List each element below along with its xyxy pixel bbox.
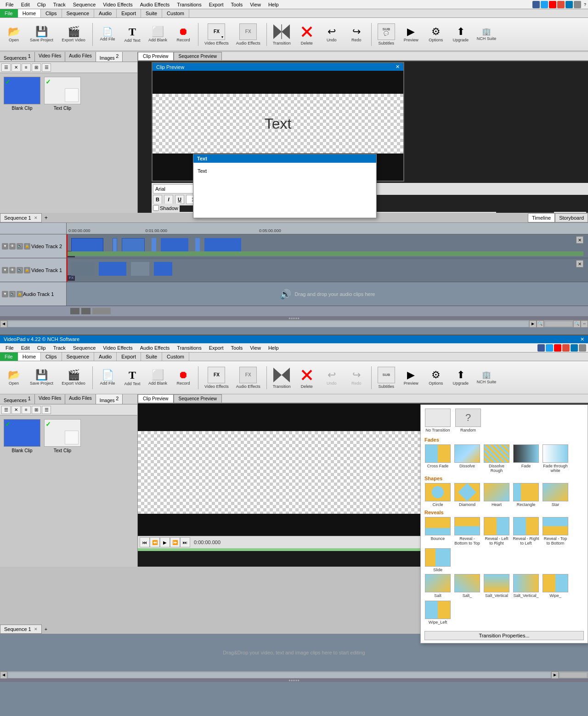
trans-salt-v[interactable]: Salt_Vertical	[483, 574, 510, 598]
clip-block-2-6[interactable]	[195, 238, 200, 252]
text-editor-content[interactable]: Text	[193, 163, 376, 218]
w2-media-btn-2[interactable]: ✕	[11, 406, 21, 414]
trans-salt-2[interactable]: Salt_	[454, 574, 481, 598]
audio-toggle[interactable]: ▼	[2, 291, 8, 297]
shadow-checkbox[interactable]	[153, 205, 159, 211]
undo-button[interactable]: ↩ Undo	[320, 20, 344, 49]
track-1-toggle[interactable]: ▼	[2, 267, 8, 273]
menu-file[interactable]: File	[2, 1, 17, 8]
scroll-track[interactable]	[8, 321, 528, 327]
audio-mute[interactable]: 🔊	[9, 291, 16, 297]
timeline-view-btn[interactable]: Timeline	[528, 213, 555, 222]
trans-diamond[interactable]: Diamond	[454, 483, 481, 507]
w2-menu-export[interactable]: Export	[205, 344, 227, 352]
video-effects-button[interactable]: FX▼ Video Effects	[201, 20, 232, 49]
trans-wipe-1[interactable]: Wipe_	[542, 574, 569, 598]
w2-menu-track[interactable]: Track	[50, 344, 69, 352]
trans-circle[interactable]: Circle	[424, 483, 451, 507]
w2-undo-button[interactable]: ↩ Undo	[320, 363, 344, 392]
clip-block-2-7[interactable]	[204, 238, 241, 252]
w2-add-file-button[interactable]: 📄 Add File	[96, 363, 119, 392]
clip-item-text[interactable]: ✓ Text Clip	[44, 77, 81, 111]
menu-track[interactable]: Track	[50, 1, 69, 8]
media-btn-2[interactable]: ✕	[11, 63, 21, 72]
options-button[interactable]: ⚙ Options	[424, 20, 448, 49]
w2-sequence-tab[interactable]: Sequence 1 ✕	[0, 625, 42, 634]
zoom-in-timeline[interactable]: 🔍	[537, 320, 544, 328]
w2-preview-tab-clip[interactable]: Clip Preview	[138, 394, 174, 403]
help-icon[interactable]: ?	[584, 2, 586, 7]
w2-video-effects-button[interactable]: FX Video Effects	[201, 363, 232, 392]
media-btn-list[interactable]: ≡	[22, 63, 31, 72]
redo-button[interactable]: ↪ Redo	[345, 20, 368, 49]
trans-dissolve[interactable]: Dissolve	[454, 444, 481, 473]
timeline-tab-sequence1[interactable]: Sequence 1 ✕	[0, 213, 42, 222]
bold-button[interactable]: B	[153, 195, 162, 204]
w2-tab-sequence[interactable]: Sequence	[62, 352, 95, 361]
sequence-tab-close[interactable]: ✕	[34, 216, 38, 220]
w2-redo-button[interactable]: ↪ Redo	[345, 363, 368, 392]
clip-block-2-5[interactable]	[161, 238, 188, 252]
storyboard-view-btn[interactable]: Storyboard	[555, 213, 588, 222]
w2-clip-item-blank[interactable]: ✓ Blank Clip	[4, 419, 40, 453]
w2-clip-item-text[interactable]: ✓ Text Clip	[44, 419, 81, 453]
add-file-button[interactable]: 📄 Add File	[96, 20, 119, 49]
subtitles-button[interactable]: SUB 💬 Subtitles	[374, 20, 398, 49]
trans-star[interactable]: Star	[542, 483, 569, 507]
track-1-audio[interactable]: 🔊	[17, 267, 23, 273]
w2-tab-video-files[interactable]: Video Files	[35, 394, 65, 404]
trans-dissolve-rough[interactable]: Dissolve Rough	[483, 444, 510, 473]
trans-random[interactable]: ? Random	[455, 409, 481, 432]
menu-transitions[interactable]: Transitions	[173, 1, 205, 8]
track-2-close[interactable]: ✕	[576, 236, 583, 244]
timeline-zoom-full[interactable]: ↔	[581, 320, 588, 328]
tab-images[interactable]: Images 2	[96, 52, 123, 62]
w2-transition-button[interactable]: Transition	[270, 363, 294, 392]
w2-close[interactable]: ✕	[580, 336, 584, 342]
w2-preview-button[interactable]: ▶ Preview	[399, 363, 423, 392]
menu-edit[interactable]: Edit	[17, 1, 34, 8]
media-btn-detail[interactable]: ☰	[42, 63, 51, 72]
w2-media-btn-1[interactable]: ☰	[1, 406, 11, 414]
menu-view[interactable]: View	[246, 1, 265, 8]
menu-audio-effects[interactable]: Audio Effects	[136, 1, 174, 8]
w2-upgrade-button[interactable]: ⬆ Upgrade	[449, 363, 473, 392]
trans-cross-fade[interactable]: Cross Fade	[424, 444, 451, 473]
tab-file[interactable]: File	[0, 9, 18, 17]
w2-menu-tools[interactable]: Tools	[227, 344, 247, 352]
w2-tab-export[interactable]: Export	[117, 352, 141, 361]
trans-rectangle[interactable]: Rectangle	[513, 483, 539, 507]
w2-tab-clips[interactable]: Clips	[41, 352, 62, 361]
w2-tab-images[interactable]: Images 2	[96, 394, 123, 404]
track-2-lock[interactable]: 🔒	[24, 243, 30, 250]
trans-reveal-tb[interactable]: Reveal - Top to Bottom	[542, 517, 569, 546]
trans-reveal-lt[interactable]: Reveal - Left to Right	[483, 517, 510, 546]
delete-button[interactable]: Delete	[295, 20, 319, 49]
trans-wipe-lt[interactable]: Wipe_Left	[424, 601, 451, 625]
w2-tab-file[interactable]: File	[0, 352, 18, 361]
w2-tab-audio[interactable]: Audio	[94, 352, 117, 361]
tab-suite[interactable]: Suite	[141, 9, 162, 17]
track-2-audio[interactable]: 🔊	[17, 243, 23, 250]
menu-tools[interactable]: Tools	[227, 1, 247, 8]
add-text-button[interactable]: T Add Text	[120, 20, 144, 49]
upgrade-button[interactable]: ⬆ Upgrade	[449, 20, 473, 49]
preview-close[interactable]: ✕	[396, 64, 400, 70]
clip-block-2-3[interactable]	[122, 238, 145, 252]
w2-menu-clip[interactable]: Clip	[34, 344, 50, 352]
w2-play-begin[interactable]: ⏮	[140, 537, 150, 547]
timeline-resize-handle[interactable]: ●●●●●	[0, 316, 588, 320]
w2-tab-suite[interactable]: Suite	[141, 352, 162, 361]
w2-menu-sequence[interactable]: Sequence	[69, 344, 100, 352]
w2-tab-home[interactable]: Home	[18, 352, 41, 361]
scroll-left[interactable]: ◀	[0, 320, 7, 328]
menu-sequence[interactable]: Sequence	[69, 1, 100, 8]
w2-seq-tab-close[interactable]: ✕	[34, 627, 38, 631]
trans-bounce[interactable]: Bounce	[424, 517, 451, 546]
clip-block-1-4[interactable]	[154, 262, 172, 276]
w2-play-prev[interactable]: ⏪	[150, 537, 160, 547]
scroll-right[interactable]: ▶	[529, 320, 537, 328]
w2-play-end[interactable]: ⏭	[180, 537, 190, 547]
w2-add-blank-button[interactable]: ⬜ Add Blank	[145, 363, 170, 392]
transition-properties-button[interactable]: Transition Properties...	[424, 631, 584, 640]
